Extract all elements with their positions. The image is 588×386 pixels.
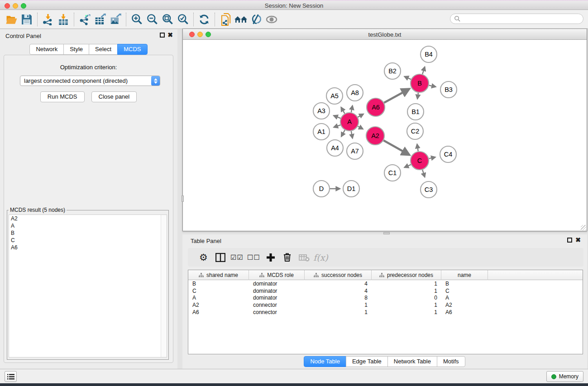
- edge-A6-B[interactable]: [384, 89, 409, 102]
- node-A4[interactable]: A4: [327, 140, 343, 156]
- edge-B-B3[interactable]: [429, 85, 436, 86]
- add-column-icon[interactable]: [262, 251, 279, 264]
- window-resize-grip[interactable]: [581, 225, 586, 230]
- table-row[interactable]: A6connector11A6: [188, 309, 583, 316]
- edge-B-B2[interactable]: [404, 76, 411, 79]
- cell[interactable]: dominator: [249, 295, 305, 301]
- tab-network[interactable]: Network: [29, 44, 64, 55]
- column-header-predecessor-nodes[interactable]: predecessor nodes: [372, 270, 441, 280]
- open-session-icon[interactable]: [4, 12, 19, 27]
- edge-A-A3[interactable]: [334, 115, 340, 118]
- float-table-panel-icon[interactable]: [567, 238, 572, 243]
- edge-A-A1[interactable]: [334, 125, 340, 127]
- node-A[interactable]: A: [340, 113, 359, 131]
- export-table-icon[interactable]: [92, 12, 108, 27]
- cell[interactable]: 1: [305, 302, 372, 308]
- cell[interactable]: connector: [249, 302, 305, 308]
- column-header-MCDS-role[interactable]: MCDS role: [249, 270, 305, 280]
- cell[interactable]: A6: [441, 309, 488, 315]
- cell[interactable]: A: [188, 295, 249, 301]
- cell[interactable]: A: [441, 295, 488, 301]
- cell[interactable]: 4: [305, 288, 372, 294]
- edge-C-C2[interactable]: [417, 144, 418, 152]
- table-options-icon[interactable]: ⚙: [195, 251, 212, 264]
- delete-table-icon[interactable]: [296, 251, 312, 264]
- column-mode-icon[interactable]: [212, 251, 229, 264]
- zoom-out-icon[interactable]: [144, 12, 160, 27]
- table-row[interactable]: Bdominator41B: [188, 280, 583, 287]
- node-B3[interactable]: B3: [440, 81, 457, 98]
- edge-C-C3[interactable]: [422, 170, 425, 177]
- node-D1[interactable]: D1: [343, 181, 359, 197]
- mcds-result-item[interactable]: B: [9, 229, 167, 237]
- node-B2[interactable]: B2: [384, 63, 401, 79]
- tab-motifs[interactable]: Motifs: [437, 356, 465, 367]
- cell[interactable]: 1: [372, 281, 441, 287]
- node-C2[interactable]: C2: [407, 123, 423, 139]
- edge-B-B4[interactable]: [422, 67, 425, 74]
- node-A7[interactable]: A7: [347, 143, 363, 159]
- node-D[interactable]: D: [313, 181, 330, 197]
- column-header-name[interactable]: name: [441, 270, 488, 280]
- edge-A-A4[interactable]: [341, 130, 345, 136]
- node-A6[interactable]: A6: [367, 98, 385, 116]
- node-C1[interactable]: C1: [384, 165, 401, 181]
- node-C[interactable]: C: [411, 152, 429, 170]
- cell[interactable]: A2: [188, 302, 249, 308]
- cell[interactable]: 0: [372, 295, 441, 301]
- mcds-result-item[interactable]: A2: [9, 215, 167, 222]
- unselect-all-columns-icon[interactable]: ☐☐: [245, 251, 262, 264]
- edge-C-C4[interactable]: [429, 157, 435, 158]
- edge-A2-C[interactable]: [383, 140, 409, 155]
- cell[interactable]: B: [188, 281, 249, 287]
- cell[interactable]: 1: [372, 288, 441, 294]
- tab-mcds[interactable]: MCDS: [117, 44, 147, 55]
- network-window-titlebar[interactable]: testGlobe.txt: [183, 29, 587, 40]
- close-table-panel-icon[interactable]: ✖: [575, 236, 581, 243]
- edge-A-A2[interactable]: [358, 126, 363, 129]
- tab-select[interactable]: Select: [89, 44, 118, 55]
- delete-column-icon[interactable]: [279, 251, 296, 264]
- network-from-selection-icon[interactable]: [218, 12, 233, 27]
- node-B1[interactable]: B1: [407, 104, 424, 120]
- table-row[interactable]: Adominator80A: [188, 295, 583, 302]
- edge-A-A8[interactable]: [351, 106, 353, 113]
- node-B[interactable]: B: [411, 74, 429, 92]
- table-row[interactable]: Cdominator41C: [188, 287, 583, 295]
- cell[interactable]: dominator: [249, 281, 305, 287]
- search-field[interactable]: [450, 14, 583, 24]
- node-C4[interactable]: C4: [440, 146, 456, 162]
- node-A3[interactable]: A3: [313, 103, 330, 119]
- edge-C-C1[interactable]: [404, 165, 411, 167]
- save-session-icon[interactable]: [19, 12, 34, 27]
- edge-A-A5[interactable]: [341, 107, 345, 114]
- edge-A-A6[interactable]: [358, 114, 363, 117]
- node-A2[interactable]: A2: [366, 127, 384, 145]
- mcds-result-item[interactable]: A6: [9, 244, 167, 251]
- cell[interactable]: 1: [372, 302, 441, 308]
- home-icon[interactable]: [233, 12, 249, 27]
- tab-style[interactable]: Style: [63, 44, 89, 55]
- node-A1[interactable]: A1: [313, 124, 330, 140]
- close-panel-button[interactable]: Close panel: [91, 91, 137, 102]
- import-table-icon[interactable]: [56, 12, 71, 27]
- run-mcds-button[interactable]: Run MCDS: [40, 91, 85, 102]
- table-row[interactable]: A2connector11A2: [188, 301, 583, 309]
- criterion-dropdown[interactable]: largest connected component (directed): [20, 76, 160, 86]
- column-header-successor-nodes[interactable]: successor nodes: [305, 270, 372, 280]
- divider-handle[interactable]: [182, 195, 184, 202]
- edge-A-A7[interactable]: [351, 131, 353, 138]
- show-graphics-details-icon[interactable]: [249, 12, 264, 27]
- result-scrollbar[interactable]: [161, 215, 167, 357]
- edge-B-B1[interactable]: [417, 93, 418, 99]
- mcds-result-list[interactable]: A2ABCA6: [9, 214, 167, 357]
- float-panel-icon[interactable]: [160, 33, 165, 38]
- zoom-selected-icon[interactable]: [175, 12, 191, 27]
- task-history-button[interactable]: [5, 371, 17, 382]
- memory-button[interactable]: Memory: [546, 371, 583, 382]
- cell[interactable]: dominator: [249, 288, 305, 294]
- cell[interactable]: 1: [305, 309, 372, 315]
- cell[interactable]: connector: [249, 309, 305, 315]
- function-builder-icon[interactable]: f(x): [312, 251, 329, 264]
- cell[interactable]: C: [441, 288, 488, 294]
